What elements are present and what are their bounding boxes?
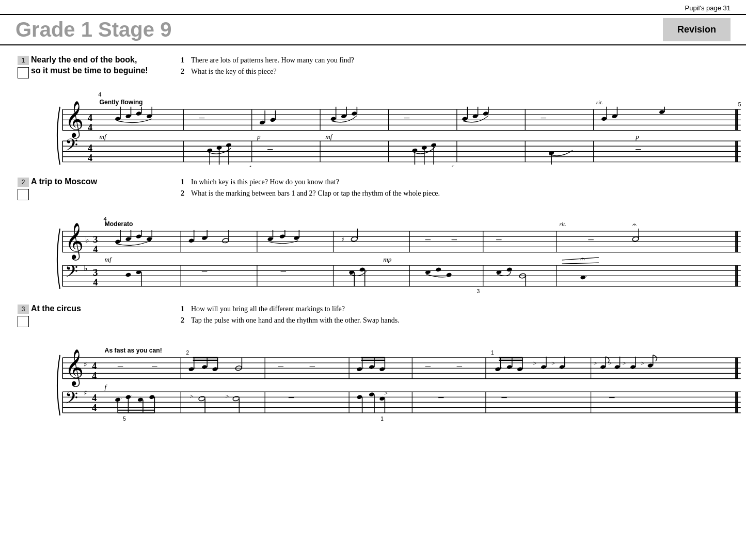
svg-point-220 <box>149 395 155 400</box>
svg-text:.: . <box>195 365 196 370</box>
svg-text:𝄞: 𝄞 <box>65 349 84 387</box>
exercise-3-title: At the circus <box>31 303 170 314</box>
svg-text:–: – <box>267 143 273 154</box>
svg-text:.: . <box>121 395 122 400</box>
svg-text:–: – <box>438 392 444 403</box>
exercise-3-q-list: 1How will you bring all the different ma… <box>181 303 731 327</box>
svg-text:2: 2 <box>186 350 189 356</box>
svg-point-251 <box>357 367 363 372</box>
svg-point-142 <box>279 234 285 239</box>
svg-point-41 <box>259 120 265 125</box>
svg-text:5: 5 <box>452 165 455 167</box>
svg-text:♯: ♯ <box>84 361 87 369</box>
exercise-2-number: 2 <box>15 177 31 200</box>
svg-text:–: – <box>199 111 205 123</box>
svg-text:4: 4 <box>88 143 92 153</box>
svg-point-49 <box>330 116 337 121</box>
svg-text:4: 4 <box>92 371 97 381</box>
svg-point-285 <box>541 365 547 370</box>
svg-point-275 <box>495 367 501 372</box>
checkbox-3[interactable] <box>18 316 29 327</box>
exercise-1-q-list: 1There are lots of patterns here. How ma… <box>181 55 731 78</box>
svg-point-300 <box>630 365 636 370</box>
svg-text:3: 3 <box>93 234 98 245</box>
svg-text:.: . <box>132 393 133 397</box>
svg-text:–: – <box>425 233 431 245</box>
svg-point-303 <box>647 363 654 369</box>
svg-point-294 <box>600 365 606 370</box>
svg-text:5: 5 <box>738 102 741 107</box>
svg-point-43 <box>270 117 276 122</box>
svg-text:–: – <box>117 360 123 372</box>
exercise-1-number: 1 <box>15 55 31 78</box>
svg-point-180 <box>632 236 639 242</box>
svg-text:𝄞: 𝄞 <box>65 101 84 138</box>
svg-point-239 <box>198 396 205 402</box>
checkbox-2[interactable] <box>18 189 29 200</box>
svg-point-280 <box>517 367 523 372</box>
exercise-1-title-area: Nearly the end of the book,so it must be… <box>31 55 181 78</box>
checkbox-1[interactable] <box>18 67 29 78</box>
svg-text:4: 4 <box>93 244 98 254</box>
svg-text:1: 1 <box>380 417 384 422</box>
svg-text:rit.: rit. <box>559 220 566 227</box>
svg-point-262 <box>369 392 375 397</box>
svg-point-227 <box>188 367 195 372</box>
svg-point-66 <box>462 116 468 121</box>
music-svg-2: 𝄞 ♭ 𝄢 ♭ 3 4 3 4 Moderato 4 mf <box>31 205 746 294</box>
svg-text:𝄢: 𝄢 <box>65 136 78 158</box>
svg-point-82 <box>601 116 607 121</box>
svg-text:4: 4 <box>92 403 97 413</box>
svg-point-162 <box>435 267 441 272</box>
svg-text:4: 4 <box>88 152 92 163</box>
music-svg-3: 𝄞 ♯ 𝄢 ♯ 4 4 4 4 As fast as you can! f <box>31 331 746 423</box>
svg-text:–: – <box>280 265 287 276</box>
svg-text:♯: ♯ <box>341 236 344 243</box>
svg-text:mf: mf <box>99 133 107 140</box>
exercise-2: 2 A trip to Moscow 1In which key is this… <box>15 177 731 294</box>
music-notation-1: 𝄞 𝄢 4 4 4 4 Gently flowing 4 mf <box>31 83 746 167</box>
svg-text:p: p <box>257 133 261 140</box>
num-box-1: 1 <box>18 56 29 65</box>
svg-point-230 <box>201 365 208 370</box>
svg-text:4: 4 <box>104 215 107 221</box>
exercise-2-questions: 1In which key is this piece? How do you … <box>181 177 731 203</box>
grade-label: Grade 1 <box>15 18 92 41</box>
svg-text:f: f <box>105 383 108 391</box>
svg-point-126 <box>125 272 132 277</box>
svg-text:>: > <box>533 360 537 367</box>
svg-point-122 <box>136 234 142 239</box>
svg-text:𝄞: 𝄞 <box>65 222 84 260</box>
svg-text:–: – <box>404 111 410 123</box>
svg-point-297 <box>614 365 621 370</box>
stage-label: Stage 9 <box>98 18 171 41</box>
svg-text:>: > <box>608 360 612 367</box>
svg-text:Moderato: Moderato <box>105 220 133 227</box>
svg-text:>: > <box>641 360 644 367</box>
title-bar: Grade 1 Stage 9 Revision <box>0 14 746 45</box>
svg-text:–: – <box>151 360 157 372</box>
svg-text:♭: ♭ <box>85 235 89 245</box>
svg-point-70 <box>483 111 489 116</box>
svg-text:>: > <box>226 393 229 401</box>
svg-text:5: 5 <box>123 417 126 422</box>
svg-text:>: > <box>551 360 555 367</box>
svg-point-21 <box>115 116 121 121</box>
svg-point-256 <box>379 367 385 372</box>
svg-text:𝄐: 𝄐 <box>580 253 585 263</box>
svg-text:Gently flowing: Gently flowing <box>99 99 142 106</box>
svg-text:♯: ♯ <box>84 389 87 397</box>
exercise-1: 1 Nearly the end of the book,so it must … <box>15 55 731 167</box>
svg-text:–: – <box>456 360 463 372</box>
svg-text:>: > <box>190 393 194 401</box>
svg-point-53 <box>351 111 357 116</box>
svg-text:>: > <box>384 390 388 397</box>
exercise-2-title: A trip to Moscow <box>31 177 170 187</box>
svg-point-168 <box>506 267 513 272</box>
main-content: 1 Nearly the end of the book,so it must … <box>0 55 746 424</box>
exercise-1-title: Nearly the end of the book,so it must be… <box>31 55 170 76</box>
svg-text:–: – <box>288 392 294 403</box>
revision-badge: Revision <box>663 18 731 41</box>
svg-text:3: 3 <box>477 289 480 294</box>
svg-text:–: – <box>278 360 284 372</box>
